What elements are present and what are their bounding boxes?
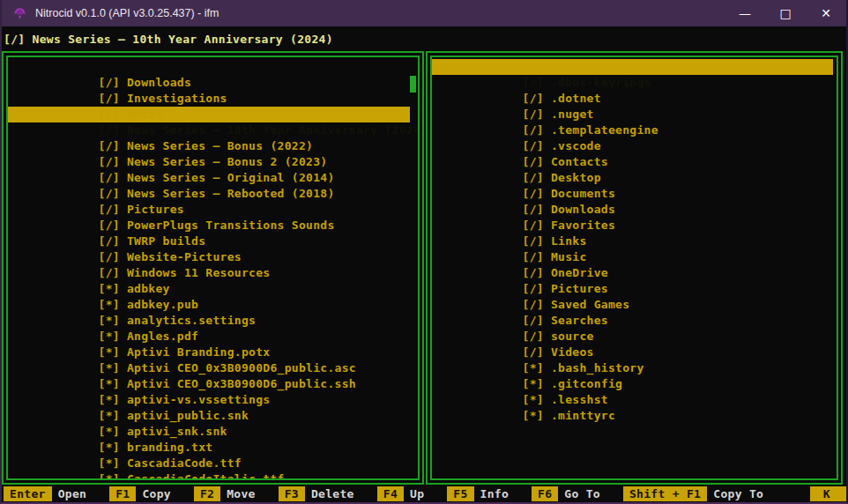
entry-name: aptivi_public.snk (120, 409, 249, 422)
keybinding-statusbar: Enter Open F1 Copy F2 Move F3 Delete (2, 485, 846, 502)
keybinding[interactable]: Shift + F1 Copy To (623, 486, 786, 501)
entry-type-marker: [*] (99, 377, 120, 390)
entry-type-marker: [/] (99, 92, 120, 105)
entry-type-marker: [/] (99, 139, 120, 152)
entry-name: .dotnet (544, 92, 601, 105)
maximize-button[interactable]: □ (765, 0, 806, 26)
key-action-label: Go To (564, 487, 600, 500)
entry-name: Saved Games (544, 298, 629, 311)
file-list-item[interactable]: [/]Downloads (8, 59, 410, 75)
entry-name: Contacts (544, 155, 608, 168)
key-action-label: Move (227, 487, 256, 500)
entry-type-marker: [/] (523, 92, 544, 105)
window-controls: — □ ✕ (725, 0, 846, 26)
entry-name: adbkey (120, 282, 170, 295)
entry-name: Aptivi Branding.potx (120, 345, 271, 359)
key-badge[interactable]: Enter (4, 486, 52, 501)
entry-type-marker: [/] (99, 107, 120, 121)
entry-name: .bash_history (544, 361, 644, 374)
entry-name: .vscode (544, 139, 601, 152)
entry-name: Pictures (120, 203, 184, 216)
keybinding[interactable]: F4 Up (377, 486, 448, 501)
entry-name: adbkey.pub (120, 298, 198, 311)
entry-type-marker: [/] (523, 203, 544, 216)
right-file-panel[interactable]: [/].dbus-keyrings [/].dotnet [/].nuget [… (426, 51, 843, 485)
keybinding[interactable]: Enter Open (4, 486, 109, 501)
entry-name: Searches (544, 314, 608, 327)
entry-type-marker: [*] (523, 361, 544, 374)
minimize-button[interactable]: — (725, 0, 765, 26)
entry-name: Downloads (120, 76, 191, 89)
entry-type-marker: [/] (523, 155, 544, 168)
entry-name: News Series – 10th Year Anniversary (202… (120, 123, 424, 137)
keybinding[interactable]: F2 Move (194, 486, 279, 501)
entry-name: Favorites (544, 219, 615, 232)
entry-name: aptivi-vs.vssettings (120, 393, 271, 406)
scrollbar-thumb[interactable] (410, 76, 416, 93)
entry-type-marker: [/] (99, 187, 120, 200)
entry-type-marker: [/] (523, 76, 544, 89)
entry-type-marker: [/] (523, 171, 544, 184)
right-file-list: [/].dbus-keyrings [/].dotnet [/].nuget [… (432, 59, 837, 408)
entry-type-marker: [/] (99, 219, 120, 232)
entry-type-marker: [*] (99, 441, 120, 454)
titlebar[interactable]: Nitrocid v0.1.0 (API v3.0.25.437) - ifm … (2, 0, 846, 26)
key-badge[interactable]: F6 (532, 486, 558, 501)
key-badge[interactable]: F5 (447, 486, 473, 501)
entry-type-marker: [*] (99, 361, 120, 374)
key-badge[interactable]: F1 (109, 486, 136, 501)
entry-type-marker: [/] (523, 298, 544, 311)
keybinding[interactable]: F1 Copy (109, 486, 194, 501)
entry-name: .minttyrc (544, 409, 615, 422)
keybinding[interactable]: F3 Delete (279, 486, 377, 501)
current-path-header: [/] News Series – 10th Year Anniversary … (2, 26, 846, 51)
nitrocid-ifm-window: Nitrocid v0.1.0 (API v3.0.25.437) - ifm … (0, 0, 848, 504)
entry-type-marker: [*] (99, 393, 120, 406)
key-badge[interactable]: F3 (279, 486, 305, 501)
key-action-label: Copy To (713, 487, 763, 500)
entry-type-marker: [/] (523, 219, 544, 232)
key-action-label: Copy (142, 487, 171, 500)
left-file-panel[interactable]: [/]Downloads [/]Investigations [/]Music … (2, 51, 424, 485)
file-list-item[interactable]: [/].dbus-keyrings (432, 59, 833, 75)
entry-name: Desktop (544, 171, 601, 184)
file-panels: [/]Downloads [/]Investigations [/]Music … (2, 51, 843, 485)
entry-name: Links (544, 234, 587, 248)
entry-name: OneDrive (544, 266, 608, 279)
entry-name: Downloads (544, 203, 615, 216)
close-button[interactable]: ✕ (806, 0, 846, 26)
entry-type-marker: [*] (99, 345, 120, 359)
entry-type-marker: [*] (523, 377, 544, 390)
keybinding[interactable]: F6 Go To (532, 486, 623, 501)
entry-name: Windows 11 Resources (120, 266, 271, 279)
entry-type-marker: [*] (99, 298, 120, 311)
key-action-label: Delete (311, 487, 354, 500)
entry-type-marker: [/] (99, 203, 120, 216)
left-file-list: [/]Downloads [/]Investigations [/]Music … (8, 59, 418, 471)
key-action-label: Info (480, 487, 510, 500)
more-keybindings-badge[interactable]: K (810, 486, 846, 501)
entry-name: News Series – Rebooted (2018) (120, 187, 335, 200)
keybinding[interactable]: F5 Info (447, 486, 532, 501)
entry-name: branding.txt (120, 441, 213, 454)
entry-type-marker: [/] (523, 345, 544, 359)
entry-name: .templateengine (544, 123, 658, 137)
entry-type-marker: [/] (99, 123, 120, 137)
entry-name: Pictures (544, 282, 608, 295)
entry-type-marker: [*] (523, 409, 544, 422)
entry-type-marker: [*] (99, 409, 120, 422)
entry-type-marker: [/] (523, 234, 544, 248)
entry-type-marker: [/] (99, 76, 120, 89)
entry-name: Music (544, 250, 587, 263)
entry-type-marker: [/] (523, 107, 544, 121)
key-badge[interactable]: F4 (377, 486, 404, 501)
entry-name: CascadiaCodeItalic.ttf (120, 472, 285, 485)
entry-name: TWRP builds (120, 234, 205, 248)
key-badge[interactable]: Shift + F1 (623, 486, 707, 501)
key-badge[interactable]: F2 (194, 486, 220, 501)
entry-name: Investigations (120, 92, 227, 105)
entry-name: PowerPlugs Transitions Sounds (120, 219, 335, 232)
entry-name: Aptivi CEO_0x3B0900D6_public.ssh (120, 377, 356, 390)
entry-name: .gitconfig (544, 377, 622, 390)
entry-name: .dbus-keyrings (544, 76, 651, 89)
